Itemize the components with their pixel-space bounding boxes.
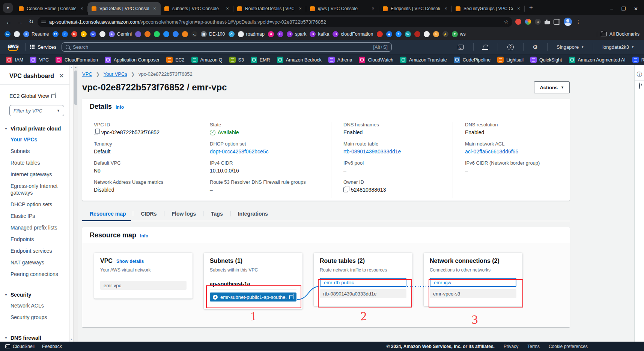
service-shortcut[interactable]: EMR xyxy=(251,57,270,63)
field-value-link[interactable]: rtb-08901439a0333dd1e xyxy=(343,148,453,154)
bookmark-item[interactable] xyxy=(14,31,20,37)
sidebar-item[interactable]: Endpoint services xyxy=(0,248,69,259)
bookmark-item[interactable] xyxy=(135,31,141,37)
settings-gear-icon[interactable]: ⚙ xyxy=(528,44,543,50)
sidebar-item[interactable]: Subnets xyxy=(0,148,69,159)
filter-by-vpc-select[interactable]: Filter by VPC ▼ xyxy=(9,105,64,116)
bookmark-star-icon[interactable]: ☆ xyxy=(504,19,509,25)
scroll-up-icon[interactable]: ▲ xyxy=(75,66,77,68)
extension-dark-icon[interactable]: a xyxy=(535,19,541,25)
service-shortcut[interactable]: RDS xyxy=(632,57,644,63)
tab[interactable]: CIDRs xyxy=(133,207,164,221)
sidebar-scrollbar[interactable]: ▲ ▼ xyxy=(69,65,73,342)
tab[interactable]: Integrations xyxy=(230,207,275,221)
all-bookmarks-button[interactable]: All Bookmarks xyxy=(597,32,639,37)
bookmark-item[interactable]: ✦ Gemini xyxy=(109,31,132,37)
services-menu-button[interactable]: Services xyxy=(30,44,56,50)
browser-tab[interactable]: subnets | VPC Console × xyxy=(161,2,233,15)
sidebar-item[interactable]: Your VPCs xyxy=(0,136,69,148)
bookmark-item[interactable]: H xyxy=(268,31,274,37)
service-shortcut[interactable]: EC2 xyxy=(166,57,184,63)
bookmark-item[interactable]: M xyxy=(71,31,77,37)
notifications-bell-icon[interactable] xyxy=(478,45,493,49)
sidebar-item[interactable]: NAT gateways xyxy=(0,259,69,271)
service-shortcut[interactable]: Application Composer xyxy=(105,57,159,63)
show-details-link[interactable]: Show details xyxy=(116,259,144,264)
cloudshell-icon[interactable]: ›_ xyxy=(453,45,469,50)
footer-privacy-link[interactable]: Privacy xyxy=(504,344,518,349)
tab[interactable]: Flow logs xyxy=(164,207,204,221)
browser-tab[interactable]: SecurityGroups | VPC Co × xyxy=(452,2,525,15)
service-shortcut[interactable]: CloudFormation xyxy=(56,57,98,63)
scroll-down-icon[interactable]: ▼ xyxy=(70,338,72,340)
sidebar-item[interactable]: DHCP option sets xyxy=(0,201,69,213)
connection-item-selected[interactable]: emr-igw xyxy=(430,278,516,287)
connection-item[interactable]: emr-vpce-s3 xyxy=(430,289,516,298)
breadcrumb-vpc-link[interactable]: VPC xyxy=(82,71,92,77)
sidebar-item[interactable]: Elastic IPs xyxy=(0,213,69,224)
service-shortcut[interactable]: CodePipeline xyxy=(454,57,491,63)
section-header[interactable]: ▼ Virtual private cloud xyxy=(0,126,69,132)
subnet-item[interactable]: A emr-subnet-public1-ap-southe... xyxy=(210,292,296,302)
back-icon[interactable]: ← xyxy=(4,17,14,27)
bookmark-item[interactable] xyxy=(424,31,430,37)
copy-icon[interactable] xyxy=(94,130,98,135)
service-shortcut[interactable]: Amazon Augmented AI xyxy=(569,57,626,63)
ec2-global-view-link[interactable]: EC2 Global View xyxy=(0,85,69,99)
bookmark-item[interactable]: ▤ DE-100 xyxy=(201,31,225,37)
bookmark-item[interactable]: f xyxy=(62,31,68,37)
bookmark-item[interactable]: Û xyxy=(277,31,283,37)
section-header[interactable]: ▼ Security xyxy=(0,292,69,298)
browser-tab[interactable]: igws | VPC Console × xyxy=(306,2,379,15)
side-panel-icon[interactable] xyxy=(554,19,560,25)
bookmark-item[interactable]: ≡ Resume xyxy=(23,31,49,37)
actions-button[interactable]: Actions ▼ xyxy=(534,81,570,93)
sidebar-item[interactable]: Egress-only Internet gateways xyxy=(0,183,69,201)
sidebar-item[interactable]: Route tables xyxy=(0,159,69,171)
sidebar-item[interactable]: Endpoints xyxy=(0,236,69,248)
bookmark-item[interactable]: ›_ xyxy=(191,31,197,37)
service-shortcut[interactable]: S3 xyxy=(229,57,244,63)
aws-logo[interactable]: aws xyxy=(5,42,21,51)
bookmark-item[interactable] xyxy=(182,31,188,37)
field-value-link[interactable]: dopt-0ccc4258f062bce5c xyxy=(210,148,331,154)
bookmark-item[interactable]: C xyxy=(229,31,235,37)
resource-map-info-link[interactable]: Info xyxy=(140,233,148,238)
tab-close-icon[interactable]: × xyxy=(224,6,230,12)
bookmark-item[interactable] xyxy=(144,31,150,37)
bookmark-item[interactable] xyxy=(99,31,105,37)
external-link-icon[interactable] xyxy=(289,295,293,299)
tab-close-icon[interactable]: × xyxy=(152,6,158,12)
vpc-item[interactable]: emr-vpc xyxy=(100,281,187,290)
bookmark-item[interactable] xyxy=(377,31,383,37)
tab-close-icon[interactable]: × xyxy=(516,6,522,12)
bookmark-item[interactable]: T ws xyxy=(452,31,466,37)
sidebar-item[interactable]: Network ACLs xyxy=(0,302,69,314)
site-info-icon[interactable] xyxy=(41,20,46,24)
extensions-puzzle-icon[interactable] xyxy=(545,19,550,24)
service-shortcut[interactable]: IAM xyxy=(6,57,23,63)
tab-close-icon[interactable]: × xyxy=(370,6,376,12)
browser-tab[interactable]: Endpoints | VPC Console × xyxy=(379,2,452,15)
bookmark-item[interactable]: W xyxy=(405,31,411,37)
service-shortcut[interactable]: Athena xyxy=(328,57,352,63)
copy-icon[interactable] xyxy=(343,187,348,192)
breadcrumb-your-vpcs-link[interactable]: Your VPCs xyxy=(104,71,127,77)
tab-search-icon[interactable]: ▾ xyxy=(3,3,13,13)
info-panel-icon[interactable]: ⓘ xyxy=(637,69,642,80)
bookmark-item[interactable]: Z xyxy=(396,31,402,37)
bookmark-item[interactable] xyxy=(154,31,160,37)
bookmark-item[interactable]: 17 xyxy=(53,31,59,37)
bookmark-item[interactable]: ◆ xyxy=(386,31,392,37)
url-bar[interactable]: ap-southeast-1.console.aws.amazon.com/vp… xyxy=(38,17,512,27)
footer-cloudshell-button[interactable]: ›_ CloudShell xyxy=(5,344,35,349)
browser-tab[interactable]: VpcDetails | VPC Console × xyxy=(88,2,161,15)
bookmark-item[interactable] xyxy=(163,31,169,37)
service-shortcut[interactable]: Lightsail xyxy=(497,57,524,63)
footer-feedback-link[interactable]: Feedback xyxy=(42,344,62,349)
browser-menu-icon[interactable]: ⋮ xyxy=(576,19,581,25)
sidebar-item[interactable]: Peering connections xyxy=(0,271,69,282)
aws-search-input[interactable]: Search [Alt+S] xyxy=(62,42,392,52)
sidebar-item[interactable]: Managed prefix lists xyxy=(0,224,69,236)
service-shortcut[interactable]: VPC xyxy=(30,57,49,63)
